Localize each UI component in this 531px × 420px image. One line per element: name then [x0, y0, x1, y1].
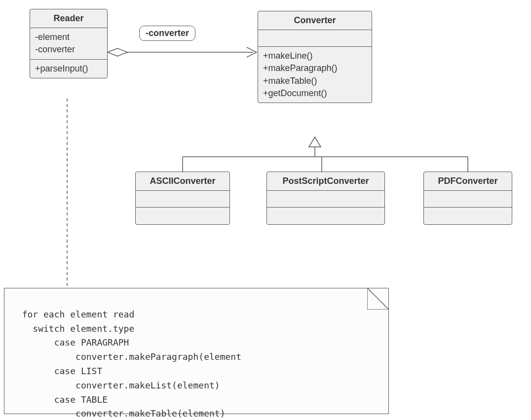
svg-marker-3: [309, 137, 321, 147]
class-reader-attrs: -element -converter: [30, 28, 107, 59]
class-ascii-attrs: [136, 191, 229, 208]
class-pdf-attrs: [424, 191, 512, 208]
class-converter: Converter +makeLine() +makeParagraph() +…: [258, 11, 372, 103]
note-box: for each element read switch element.typ…: [4, 288, 389, 414]
class-converter-attrs: [258, 30, 372, 47]
class-pdf: PDFConverter: [423, 172, 512, 225]
class-ascii-ops: [136, 208, 229, 224]
note-code: for each element read switch element.typ…: [11, 309, 241, 419]
class-ps-ops: [267, 208, 384, 224]
class-converter-ops: +makeLine() +makeParagraph() +makeTable(…: [258, 47, 372, 103]
class-ps: PostScriptConverter: [266, 172, 385, 225]
class-ps-title: PostScriptConverter: [267, 172, 384, 191]
class-ascii: ASCIIConverter: [135, 172, 230, 225]
class-ps-attrs: [267, 191, 384, 208]
class-pdf-ops: [424, 208, 512, 224]
class-reader: Reader -element -converter +parseInput(): [30, 9, 108, 78]
class-reader-ops: +parseInput(): [30, 60, 107, 78]
association-label: -converter: [139, 26, 195, 41]
class-pdf-title: PDFConverter: [424, 172, 512, 191]
svg-marker-1: [108, 48, 127, 56]
class-converter-title: Converter: [258, 11, 372, 30]
class-reader-title: Reader: [30, 9, 107, 28]
note-fold-icon: [367, 288, 389, 310]
class-ascii-title: ASCIIConverter: [136, 172, 229, 191]
